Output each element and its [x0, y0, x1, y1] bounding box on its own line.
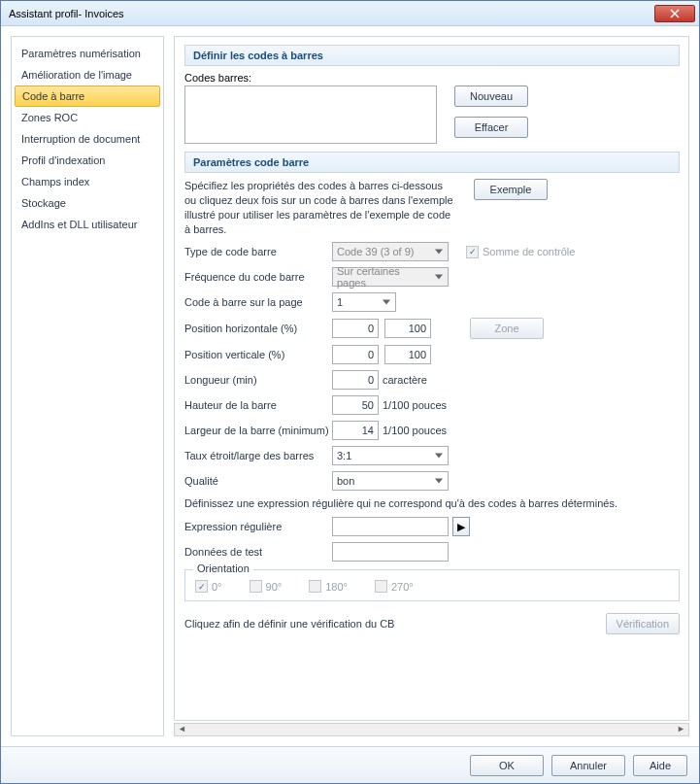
frequency-select[interactable]: Sur certaines pages	[332, 267, 449, 287]
ratio-label: Taux étroit/large des barres	[184, 450, 332, 461]
sidebar-item-doc-break[interactable]: Interruption de document	[12, 128, 163, 150]
bar-width-label: Largeur de la barre (minimum)	[184, 425, 332, 436]
close-button[interactable]	[654, 5, 695, 22]
dialog-window: Assistant profil- Invoices Paramètres nu…	[0, 0, 700, 784]
pos-horizontal-label: Position horizontale (%)	[184, 323, 332, 334]
sidebar-item-ocr-zones[interactable]: Zones ROC	[12, 107, 163, 128]
sidebar-item-barcode[interactable]: Code à barre	[15, 85, 160, 107]
sidebar-item-index-fields[interactable]: Champs index	[12, 171, 163, 192]
titlebar: Assistant profil- Invoices	[1, 1, 699, 26]
sidebar-item-image-enhance[interactable]: Amélioration de l'image	[12, 64, 163, 85]
section-barcode-params: Paramètres code barre	[184, 152, 680, 173]
orient-90-checkbox[interactable]: 90°	[250, 580, 283, 593]
horizontal-scrollbar[interactable]	[174, 723, 689, 736]
ratio-select[interactable]: 3:1	[332, 446, 449, 465]
dialog-body: Paramètres numérisation Amélioration de …	[1, 26, 699, 746]
orientation-fieldset: Orientation ✓0° 90° 180° 270°	[184, 569, 680, 601]
sidebar-item-index-profile[interactable]: Profil d'indexation	[12, 150, 163, 171]
sidebar-item-addins[interactable]: AddIns et DLL utilisateur	[12, 214, 163, 235]
clear-barcode-button[interactable]: Effacer	[454, 117, 528, 138]
bar-width-input[interactable]	[332, 421, 379, 440]
testdata-label: Données de test	[184, 546, 332, 558]
example-button[interactable]: Exemple	[474, 179, 548, 200]
checksum-label: Somme de contrôle	[483, 246, 575, 257]
sidebar-item-scan-params[interactable]: Paramètres numérisation	[12, 43, 163, 64]
testdata-input[interactable]	[332, 542, 449, 562]
regex-label: Expression régulière	[184, 521, 332, 532]
orientation-legend: Orientation	[193, 562, 253, 574]
ok-button[interactable]: OK	[470, 755, 544, 776]
codes-label: Codes barres:	[184, 72, 680, 84]
bar-height-input[interactable]	[332, 395, 379, 415]
params-description: Spécifiez les propriétés des codes à bar…	[184, 179, 456, 236]
dialog-footer: OK Annuler Aide	[1, 746, 699, 783]
pos-vertical-label: Position verticale (%)	[184, 349, 332, 360]
sidebar-nav: Paramètres numérisation Amélioration de …	[11, 36, 164, 736]
length-label: Longueur (min)	[184, 374, 332, 386]
verify-description: Cliquez afin de définir une vérification…	[184, 617, 606, 631]
pos-vertical-from-input[interactable]	[332, 345, 379, 364]
on-page-select[interactable]: 1	[332, 292, 396, 312]
frequency-label: Fréquence du code barre	[184, 271, 332, 283]
quality-label: Qualité	[184, 475, 332, 487]
help-button[interactable]: Aide	[633, 755, 687, 776]
orient-270-checkbox[interactable]: 270°	[375, 580, 414, 593]
zone-button[interactable]: Zone	[470, 318, 544, 339]
bar-width-unit: 1/100 pouces	[383, 425, 447, 436]
pos-vertical-to-input[interactable]	[384, 345, 431, 364]
regex-description: Définissez une expression régulière qui …	[184, 496, 680, 511]
bar-height-unit: 1/100 pouces	[383, 399, 447, 411]
play-icon: ▶	[457, 521, 465, 533]
barcodes-listbox[interactable]	[184, 85, 437, 144]
length-unit: caractère	[383, 374, 427, 386]
check-icon: ✓	[466, 246, 479, 258]
regex-input[interactable]	[332, 517, 449, 536]
pos-horizontal-to-input[interactable]	[384, 319, 431, 338]
regex-menu-button[interactable]: ▶	[452, 517, 470, 536]
orient-180-checkbox[interactable]: 180°	[309, 580, 348, 593]
quality-select[interactable]: bon	[332, 471, 449, 491]
on-page-label: Code à barre sur la page	[184, 296, 332, 308]
new-barcode-button[interactable]: Nouveau	[454, 85, 528, 107]
barcode-type-select[interactable]: Code 39 (3 of 9)	[332, 242, 449, 261]
bar-height-label: Hauteur de la barre	[184, 399, 332, 411]
barcode-type-label: Type de code barre	[184, 246, 332, 257]
window-title: Assistant profil- Invoices	[9, 8, 124, 19]
pos-horizontal-from-input[interactable]	[332, 319, 379, 338]
length-input[interactable]	[332, 370, 379, 390]
section-define-barcodes: Définir les codes à barres	[184, 45, 680, 66]
sidebar-item-storage[interactable]: Stockage	[12, 192, 163, 214]
verification-button[interactable]: Vérification	[606, 613, 680, 634]
cancel-button[interactable]: Annuler	[551, 755, 625, 776]
checksum-checkbox[interactable]: ✓ Somme de contrôle	[466, 246, 575, 258]
orient-0-checkbox[interactable]: ✓0°	[195, 580, 222, 593]
main-panel: Définir les codes à barres Codes barres:…	[174, 36, 689, 736]
